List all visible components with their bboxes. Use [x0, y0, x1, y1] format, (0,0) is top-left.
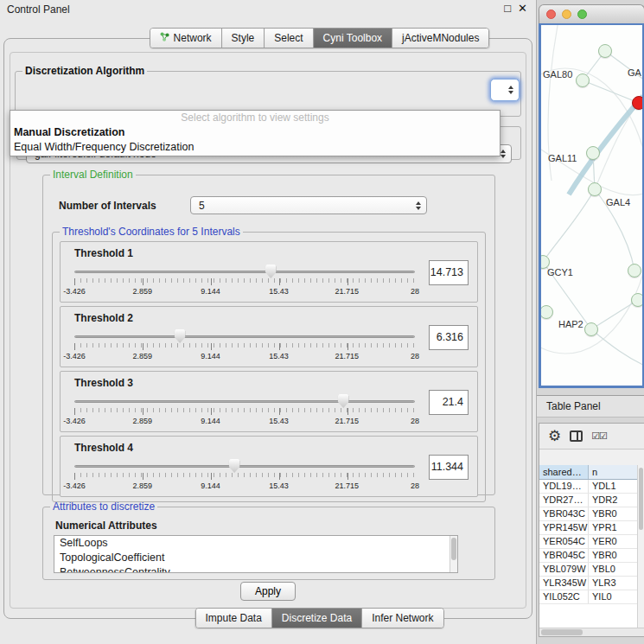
apply-button[interactable]: Apply: [240, 582, 296, 601]
tab-discretize-data[interactable]: Discretize Data: [271, 609, 361, 628]
slider-thumb[interactable]: [229, 459, 240, 473]
network-node[interactable]: [628, 264, 641, 277]
table-cell: YBR043C: [539, 507, 589, 520]
threshold-slider[interactable]: -3.4262.8599.14415.4321.71528: [74, 263, 415, 299]
threshold-slider[interactable]: -3.4262.8599.14415.4321.71528: [74, 328, 415, 364]
threshold-label: Threshold 3: [74, 377, 133, 389]
attribute-item[interactable]: TopologicalCoefficient: [54, 551, 457, 565]
table-row[interactable]: YBR043CYBR0: [539, 507, 644, 521]
slider-tick-label: 15.43: [269, 287, 289, 296]
network-window-titlebar[interactable]: [539, 4, 644, 23]
threshold-slider[interactable]: -3.4262.8599.14415.4321.71528: [74, 457, 415, 494]
scrollbar-thumb[interactable]: [451, 538, 456, 560]
number-of-intervals-combo[interactable]: 5: [190, 196, 427, 214]
table-row[interactable]: YLR345WYLR3: [539, 577, 644, 590]
network-node-label: HAP2: [558, 319, 583, 329]
attribute-list-scrollbar[interactable]: [450, 536, 457, 572]
threshold-label: Threshold 2: [74, 312, 133, 324]
close-window-icon[interactable]: ✕: [518, 2, 527, 15]
table-row[interactable]: YDL19…YDL1: [539, 480, 644, 494]
network-node[interactable]: [576, 73, 590, 87]
slider-tick-label: -3.426: [63, 417, 86, 425]
table-column-header[interactable]: shared…: [539, 465, 589, 479]
slider-tick-labels: -3.4262.8599.14415.4321.71528: [74, 287, 415, 296]
tab-network[interactable]: Network: [150, 29, 221, 48]
table-row[interactable]: YBL079WYBL0: [539, 563, 644, 577]
table-cell: YIL0: [589, 590, 644, 603]
table-row[interactable]: YER054CYER0: [539, 535, 644, 549]
tab-infer-network[interactable]: Infer Network: [361, 609, 443, 628]
tab-style[interactable]: Style: [221, 29, 265, 48]
network-node[interactable]: [588, 182, 602, 196]
table-column-header[interactable]: n: [589, 465, 644, 479]
network-node[interactable]: [632, 96, 644, 110]
threshold-panel: Threshold 4 -3.4262.8599.14415.4321.7152…: [60, 436, 478, 497]
table-vertical-scrollbar[interactable]: [637, 465, 644, 628]
scrollbar-thumb[interactable]: [541, 629, 583, 635]
table-cell: YDR2: [589, 494, 644, 507]
threshold-value-field[interactable]: 6.316: [429, 325, 469, 350]
close-traffic-light-icon[interactable]: [546, 10, 556, 19]
threshold-value-field[interactable]: 11.344: [429, 455, 469, 480]
dropdown-option[interactable]: Manual Discretization: [10, 125, 500, 140]
float-window-icon[interactable]: □: [504, 2, 511, 15]
slider-tick-label: 21.715: [335, 417, 359, 425]
network-node[interactable]: [584, 322, 598, 336]
slider-tick-label: 2.859: [133, 481, 153, 490]
number-of-intervals-label: Number of Intervals: [59, 200, 156, 212]
slider-tick-label: 9.144: [201, 352, 220, 360]
network-node[interactable]: [631, 293, 644, 307]
screen: Control Panel □ ✕ NetworkStyleSelectCyni…: [0, 0, 644, 644]
network-node-label: GA: [628, 67, 641, 78]
slider-tick-labels: -3.4262.8599.14415.4321.71528: [74, 352, 415, 361]
scrollbar-thumb[interactable]: [639, 468, 643, 530]
control-panel-titlebar: Control Panel □ ✕: [0, 0, 536, 19]
table-panel-header[interactable]: Table Panel: [537, 395, 644, 418]
tab-impute-data[interactable]: Impute Data: [195, 609, 271, 628]
threshold-slider[interactable]: -3.4262.8599.14415.4321.71528: [74, 392, 415, 429]
threshold-value-field[interactable]: 14.713: [429, 260, 469, 285]
threshold-panel: Threshold 1 -3.4262.8599.14415.4321.7152…: [60, 241, 478, 303]
table-horizontal-scrollbar[interactable]: [539, 628, 644, 636]
slider-thumb[interactable]: [265, 265, 277, 278]
slider-tick-label: -3.426: [63, 352, 86, 360]
group-title: Interval Definition: [50, 169, 136, 181]
network-node[interactable]: [539, 305, 553, 319]
table-cell: YPR145W: [539, 521, 589, 534]
zoom-traffic-light-icon[interactable]: [577, 10, 587, 19]
tab-label: Impute Data: [205, 612, 261, 624]
threshold-value-field[interactable]: 21.4: [429, 390, 469, 415]
attribute-item[interactable]: SelfLoops: [54, 536, 457, 551]
table-row[interactable]: YPR145WYPR1: [539, 521, 644, 535]
columns-icon[interactable]: [570, 430, 583, 442]
network-canvas[interactable]: GAL80GAGAL11GAL4GCY1HAP2: [541, 25, 642, 386]
slider-thumb[interactable]: [175, 329, 186, 343]
tab-cyni-toolbox[interactable]: Cyni Toolbox: [313, 29, 392, 48]
cyni-toolbox-panel: Discretization Algorithm Select algorith…: [3, 38, 532, 619]
attribute-list[interactable]: SelfLoopsTopologicalCoefficientBetweenne…: [54, 535, 458, 573]
dropdown-option[interactable]: Equal Width/Frequency Discretization: [10, 140, 500, 155]
network-node-label: GAL11: [548, 153, 577, 163]
network-node[interactable]: [598, 44, 612, 58]
threshold-coordinates-group: Threshold's Coordinates for 5 Intervals …: [52, 226, 486, 502]
tab-select[interactable]: Select: [264, 29, 312, 48]
slider-track: [74, 271, 415, 273]
slider-tick-label: 28: [411, 481, 419, 490]
gear-icon[interactable]: ⚙: [548, 429, 561, 443]
table-panel-title: Table Panel: [546, 400, 601, 412]
select-rows-icon[interactable]: ☑☑: [591, 430, 607, 442]
table-row[interactable]: YIL052CYIL0: [539, 590, 644, 604]
table-row[interactable]: YBR045CYBR0: [539, 549, 644, 563]
tab-label: Style: [232, 32, 255, 44]
minimize-traffic-light-icon[interactable]: [562, 10, 571, 19]
tab-jactivemnodules[interactable]: jActiveMNodules: [392, 29, 488, 48]
attribute-item[interactable]: BetweennessCentrality: [54, 565, 457, 573]
table-row[interactable]: YDR27…YDR2: [539, 494, 644, 507]
slider-thumb[interactable]: [338, 394, 349, 408]
group-title: Threshold's Coordinates for 5 Intervals: [60, 226, 243, 238]
algorithm-combo[interactable]: [490, 79, 520, 101]
numerical-attributes-label: Numerical Attributes: [55, 520, 157, 532]
network-node[interactable]: [586, 146, 600, 160]
table-cell: YBR0: [589, 549, 644, 562]
dropdown-header: Select algorithm to view settings: [10, 111, 500, 125]
